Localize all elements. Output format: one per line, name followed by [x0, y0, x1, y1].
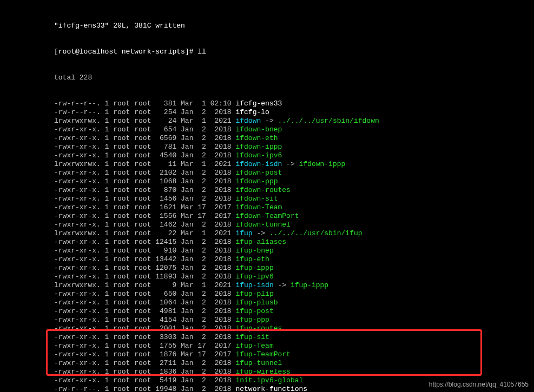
symlink-arrow: ->	[253, 229, 269, 237]
ls-row: -rwxr-xr-x. 1 root root 650 Jan 2 2018 i…	[54, 290, 528, 298]
symlink-target: ../../../usr/sbin/ifdown	[278, 117, 379, 125]
file-name: ifdown-isdn	[235, 160, 282, 168]
file-name: ifup-sit	[235, 333, 269, 341]
ls-row: -rwxr-xr-x. 1 root root 12075 Jan 2 2018…	[54, 264, 528, 273]
file-meta: -rwxr-xr-x. 1 root root 4540 Jan 2 2018	[54, 151, 235, 160]
file-meta: -rw-r--r--. 1 root root 19948 Jan 2 2018	[54, 385, 235, 392]
ls-row: -rwxr-xr-x. 1 root root 2711 Jan 2 2018 …	[54, 359, 528, 368]
file-meta: -rwxr-xr-x. 1 root root 1064 Jan 2 2018	[54, 298, 235, 307]
ls-row: -rwxr-xr-x. 1 root root 910 Jan 2 2018 i…	[54, 247, 528, 255]
total-line: total 228	[54, 74, 528, 82]
file-meta: -rwxr-xr-x. 1 root root 1556 Mar 17 2017	[54, 212, 235, 220]
file-name: ifup	[235, 229, 252, 237]
terminal-output[interactable]: "ifcfg-ens33" 20L, 381C written [root@lo…	[0, 0, 534, 392]
file-meta: -rwxr-xr-x. 1 root root 13442 Jan 2 2018	[54, 255, 235, 263]
symlink-arrow: ->	[261, 117, 278, 125]
ls-row: -rwxr-xr-x. 1 root root 1462 Jan 2 2018 …	[54, 221, 528, 229]
file-name: ifdown-ipv6	[235, 151, 282, 160]
ls-row: -rwxr-xr-x. 1 root root 4981 Jan 2 2018 …	[54, 307, 528, 316]
file-name: ifdown-ppp	[235, 177, 278, 185]
ls-row: -rwxr-xr-x. 1 root root 1556 Mar 17 2017…	[54, 212, 528, 221]
file-name: ifdown-tunnel	[235, 221, 290, 229]
ls-row: lrwxrwxrwx. 1 root root 22 Mar 1 2021 if…	[54, 229, 528, 238]
symlink-target: ../../../usr/sbin/ifup	[269, 229, 362, 237]
file-meta: -rw-r--r--. 1 root root 254 Jan 2 2018	[54, 108, 235, 116]
file-meta: -rw-r--r--. 1 root root 381 Mar 1 02:10	[54, 99, 235, 108]
symlink-target: ifdown-ippp	[299, 160, 346, 168]
file-name: ifup-routes	[235, 324, 282, 333]
symlink-arrow: ->	[274, 281, 291, 289]
file-name: ifup-ipv6	[235, 273, 273, 281]
ls-row: lrwxrwxrwx. 1 root root 9 Mar 1 2021 ifu…	[54, 281, 528, 290]
ls-row: -rwxr-xr-x. 1 root root 654 Jan 2 2018 i…	[54, 125, 528, 134]
ls-row: lrwxrwxrwx. 1 root root 11 Mar 1 2021 if…	[54, 160, 528, 169]
file-meta: -rwxr-xr-x. 1 root root 5419 Jan 2 2018	[54, 376, 235, 384]
file-meta: -rwxr-xr-x. 1 root root 1836 Jan 2 2018	[54, 368, 235, 376]
file-name: ifup-Team	[235, 342, 273, 350]
file-name: network-functions	[235, 385, 307, 392]
file-meta: -rwxr-xr-x. 1 root root 910 Jan 2 2018	[54, 247, 235, 255]
file-name: ifup-ppp	[235, 316, 269, 324]
ls-row: -rwxr-xr-x. 1 root root 870 Jan 2 2018 i…	[54, 186, 528, 195]
file-meta: -rwxr-xr-x. 1 root root 3303 Jan 2 2018	[54, 333, 235, 341]
file-meta: -rwxr-xr-x. 1 root root 2001 Jan 2 2018	[54, 324, 235, 333]
ls-row: -rwxr-xr-x. 1 root root 13442 Jan 2 2018…	[54, 255, 528, 264]
file-meta: lrwxrwxrwx. 1 root root 9 Mar 1 2021	[54, 281, 235, 289]
file-meta: -rwxr-xr-x. 1 root root 1876 Mar 17 2017	[54, 350, 235, 358]
file-meta: lrwxrwxrwx. 1 root root 11 Mar 1 2021	[54, 160, 235, 168]
file-meta: -rwxr-xr-x. 1 root root 1068 Jan 2 2018	[54, 177, 235, 185]
ls-row: -rwxr-xr-x. 1 root root 11893 Jan 2 2018…	[54, 273, 528, 281]
file-name: ifdown-post	[235, 169, 282, 177]
ls-row: -rwxr-xr-x. 1 root root 4540 Jan 2 2018 …	[54, 151, 528, 160]
file-meta: -rwxr-xr-x. 1 root root 1462 Jan 2 2018	[54, 221, 235, 229]
ls-row: -rwxr-xr-x. 1 root root 781 Jan 2 2018 i…	[54, 143, 528, 151]
file-name: ifup-aliases	[235, 238, 286, 246]
file-meta: -rwxr-xr-x. 1 root root 4981 Jan 2 2018	[54, 307, 235, 315]
ls-row: -rwxr-xr-x. 1 root root 12415 Jan 2 2018…	[54, 238, 528, 247]
ls-row: -rwxr-xr-x. 1 root root 6569 Jan 2 2018 …	[54, 134, 528, 143]
file-name: ifdown-TeamPort	[235, 212, 299, 220]
ls-row: -rwxr-xr-x. 1 root root 2102 Jan 2 2018 …	[54, 169, 528, 177]
file-name: ifup-tunnel	[235, 359, 282, 367]
file-meta: -rwxr-xr-x. 1 root root 781 Jan 2 2018	[54, 143, 235, 151]
file-name: ifup-bnep	[235, 247, 273, 255]
symlink-arrow: ->	[282, 160, 299, 168]
file-name: ifup-post	[235, 307, 273, 315]
file-name: ifdown	[235, 117, 261, 125]
file-meta: -rwxr-xr-x. 1 root root 654 Jan 2 2018	[54, 125, 235, 134]
file-name: ifdown-bnep	[235, 125, 282, 134]
file-name: ifup-isdn	[235, 281, 273, 289]
ls-row: -rwxr-xr-x. 1 root root 1755 Mar 17 2017…	[54, 342, 528, 350]
ls-row: lrwxrwxrwx. 1 root root 24 Mar 1 2021 if…	[54, 117, 528, 125]
ls-listing: -rw-r--r--. 1 root root 381 Mar 1 02:10 …	[54, 99, 528, 392]
ls-row: -rwxr-xr-x. 1 root root 1621 Mar 17 2017…	[54, 203, 528, 212]
file-name: ifup-plusb	[235, 298, 278, 307]
watermark: https://blog.csdn.net/qq_41057655	[429, 380, 529, 389]
file-name: ifdown-ippp	[235, 143, 282, 151]
file-name: ifup-ippp	[235, 264, 273, 272]
ls-row: -rwxr-xr-x. 1 root root 1068 Jan 2 2018 …	[54, 177, 528, 186]
file-meta: -rwxr-xr-x. 1 root root 650 Jan 2 2018	[54, 290, 235, 298]
ls-row: -rw-r--r--. 1 root root 381 Mar 1 02:10 …	[54, 99, 528, 108]
ls-row: -rwxr-xr-x. 1 root root 2001 Jan 2 2018 …	[54, 324, 528, 333]
file-name: ifup-wireless	[235, 368, 290, 376]
file-meta: -rwxr-xr-x. 1 root root 4154 Jan 2 2018	[54, 316, 235, 324]
ls-row: -rwxr-xr-x. 1 root root 3303 Jan 2 2018 …	[54, 333, 528, 342]
ls-row: -rwxr-xr-x. 1 root root 1064 Jan 2 2018 …	[54, 298, 528, 307]
file-meta: -rwxr-xr-x. 1 root root 11893 Jan 2 2018	[54, 273, 235, 281]
file-meta: lrwxrwxrwx. 1 root root 22 Mar 1 2021	[54, 229, 235, 237]
file-meta: -rwxr-xr-x. 1 root root 6569 Jan 2 2018	[54, 134, 235, 142]
file-name: ifcfg-ens33	[235, 99, 282, 108]
file-meta: -rwxr-xr-x. 1 root root 1755 Mar 17 2017	[54, 342, 235, 350]
file-meta: -rwxr-xr-x. 1 root root 870 Jan 2 2018	[54, 186, 235, 194]
ls-row: -rw-r--r--. 1 root root 254 Jan 2 2018 i…	[54, 108, 528, 117]
file-name: ifdown-sit	[235, 195, 278, 203]
file-meta: lrwxrwxrwx. 1 root root 24 Mar 1 2021	[54, 117, 235, 125]
file-name: ifdown-routes	[235, 186, 290, 194]
vim-message: "ifcfg-ens33" 20L, 381C written	[54, 22, 528, 30]
ls-row: -rwxr-xr-x. 1 root root 1456 Jan 2 2018 …	[54, 195, 528, 203]
file-meta: -rwxr-xr-x. 1 root root 12075 Jan 2 2018	[54, 264, 235, 272]
ls-row: -rwxr-xr-x. 1 root root 1876 Mar 17 2017…	[54, 350, 528, 359]
file-name: init.ipv6-global	[235, 376, 303, 384]
file-meta: -rwxr-xr-x. 1 root root 2102 Jan 2 2018	[54, 169, 235, 177]
